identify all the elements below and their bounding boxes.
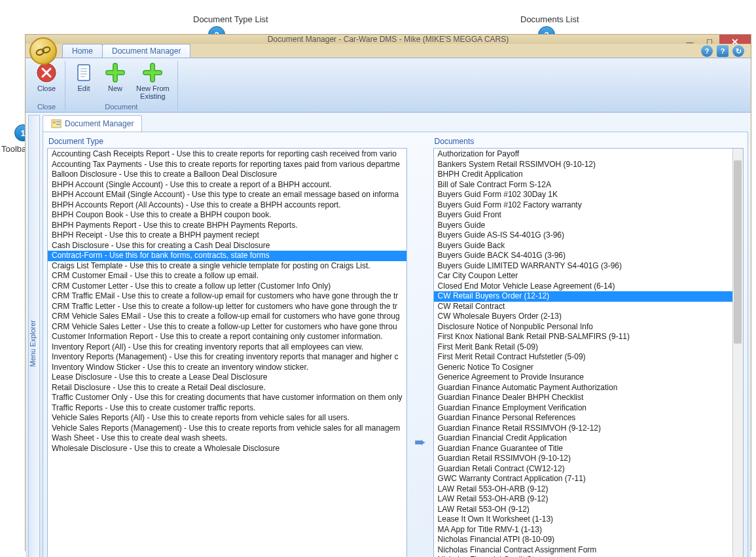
list-item[interactable]: CRM Traffic Letter - Use this to create …	[48, 302, 406, 312]
list-item[interactable]: Buyers Guid Form #102 30Day 1K	[434, 190, 732, 200]
list-item[interactable]: Guardian Retail RSSIMVOH (9-10-12)	[434, 454, 732, 464]
list-item[interactable]: Guardian Finance Personal References	[434, 413, 732, 423]
refresh-icon[interactable]: ↻	[732, 45, 744, 57]
edit-button[interactable]: Edit	[69, 61, 98, 101]
list-item[interactable]: Guardian Fnance Guarantee of Title	[434, 444, 732, 454]
list-item[interactable]: Craigs List Template - Use this to creat…	[48, 261, 406, 272]
list-item[interactable]: BHPH Credit Application	[434, 170, 732, 180]
list-item[interactable]: CW Wholesale Buyers Order (2-13)	[434, 312, 732, 322]
list-item[interactable]: Wholesale Disclosure - Use this to creat…	[48, 444, 406, 454]
list-item[interactable]: LAW Retail 553-OH-ARB (9-12)	[434, 484, 732, 495]
document-manager-icon	[51, 118, 62, 129]
list-item[interactable]: CW Retail Buyers Order (12-12)	[434, 291, 732, 302]
list-item[interactable]: Buyers Guide Back	[434, 241, 732, 251]
list-item[interactable]: Buyers Guid Form #102 Factory warranty	[434, 200, 732, 211]
vertical-scrollbar[interactable]	[732, 149, 743, 557]
list-item[interactable]: Wash Sheet - Use this to create deal was…	[48, 433, 406, 444]
new-button[interactable]: New	[101, 61, 130, 101]
list-item[interactable]: Generice Agreement to Provide Insurance	[434, 372, 732, 383]
list-item[interactable]: Inventory Report (All) - Use this for cr…	[48, 342, 406, 353]
list-item[interactable]: Lease Disclosure - Use this to create a …	[48, 372, 406, 383]
list-item[interactable]: CRM Vehicle Sales Letter - Use this to c…	[48, 322, 406, 332]
list-item[interactable]: Nicholas Financial ATPI (8-10-09)	[434, 535, 732, 545]
list-item[interactable]: BHPH Payments Report - Use this to creat…	[48, 221, 406, 231]
arrow-right-icon: ➨	[414, 434, 426, 451]
ribbon-group-close: Close Close	[28, 61, 65, 111]
list-item[interactable]: BHPH Account (Single Account) - Use this…	[48, 180, 406, 190]
list-item[interactable]: BHPH Accounts Report (All Accounts) - Us…	[48, 200, 406, 211]
list-item[interactable]: Guardian Finance Dealer BHPH Checklist	[434, 393, 732, 403]
list-item[interactable]: Bankers System Retail RSSIMVOH (9-10-12)	[434, 160, 732, 170]
list-item[interactable]: CW Retail Contract	[434, 302, 732, 312]
list-item[interactable]: CRM Customer Email - Use this to create …	[48, 271, 406, 281]
list-item[interactable]: Inventory Reports (Management) - Use thi…	[48, 352, 406, 363]
list-item[interactable]: Buyers Guide BACK S4-401G (3-96)	[434, 251, 732, 261]
list-item[interactable]: First Knox National Bank Retail PNB-SALM…	[434, 332, 732, 342]
list-item[interactable]: Lease It Own It Worksheet (1-13)	[434, 514, 732, 525]
list-item[interactable]: Vehicle Sales Reports (All) - Use this t…	[48, 413, 406, 423]
list-item[interactable]: Accounting Cash Receipts Report - Use th…	[48, 149, 406, 160]
list-item[interactable]: Balloon Disclosure - Use this to create …	[48, 170, 406, 180]
list-item[interactable]: BHPH Account EMail (Single Account) - Us…	[48, 190, 406, 200]
new-label: New	[108, 84, 122, 92]
list-item[interactable]: Nicholas Financial Contract Assignment F…	[434, 545, 732, 556]
list-item[interactable]: CRM Traffic EMail - Use this to create a…	[48, 291, 406, 302]
list-item[interactable]: Traffic Customer Only - Use this for cre…	[48, 393, 406, 403]
ribbon-group-doc-label: Document	[69, 101, 173, 111]
ribbon-tabstrip: Home Document Manager ? ? ↻	[26, 44, 751, 58]
list-item[interactable]: Inventory Window Sticker - Use this to c…	[48, 363, 406, 373]
list-item[interactable]: Buyers Guide AS-IS S4-401G (3-96)	[434, 230, 732, 241]
list-item[interactable]: Vehicle Sales Reports (Management) - Use…	[48, 423, 406, 434]
svg-point-9	[53, 121, 56, 124]
list-item[interactable]: Buyers Guide	[434, 221, 732, 231]
list-item[interactable]: MA App for Title RMV-1 (1-13)	[434, 525, 732, 535]
list-item[interactable]: Disclosure Notice of Nonpublic Personal …	[434, 322, 732, 332]
list-item[interactable]: Guardian Finance Automatic Payment Autho…	[434, 383, 732, 393]
list-item[interactable]: Guardian Finance Retail RSSIMVOH (9-12-1…	[434, 423, 732, 434]
menu-explorer-tab[interactable]: Menu Explorer	[28, 115, 40, 557]
list-item[interactable]: First Merit Retail Contract Hufstetler (…	[434, 352, 732, 363]
list-item[interactable]: Customer Information Report - Use this t…	[48, 332, 406, 342]
list-item[interactable]: CRM Customer Letter - Use this to create…	[48, 281, 406, 292]
close-icon	[36, 62, 57, 83]
document-icon	[73, 62, 94, 83]
doc-body: Document Type Accounting Cash Receipts R…	[43, 132, 748, 557]
list-item[interactable]: Buyers Guide LIMITED WARRANTY S4-401G (3…	[434, 261, 732, 272]
help-icon[interactable]: ?	[701, 45, 713, 57]
titlebar: Document Manager - Car-Ware DMS - Mike (…	[26, 35, 751, 44]
help-about-icon[interactable]: ?	[717, 45, 729, 57]
list-item[interactable]: Guardian Retali Contract (CW12-12)	[434, 464, 732, 475]
list-item[interactable]: Accounting Tax Payments - Use this to cr…	[48, 160, 406, 170]
new-from-existing-button[interactable]: New From Existing	[132, 61, 173, 101]
list-item[interactable]: Cash Disclosure - Use this for creating …	[48, 241, 406, 251]
list-item[interactable]: Closed End Motor Vehicle Lease Agreement…	[434, 281, 732, 292]
list-item[interactable]: Authorization for Payoff	[434, 149, 732, 160]
close-button[interactable]: Close	[32, 61, 61, 101]
list-item[interactable]: CRM Vehicle Sales EMail - Use this to cr…	[48, 312, 406, 322]
ribbon-group-close-label: Close	[32, 101, 61, 111]
list-item[interactable]: First Merit Bank Retail (5-09)	[434, 342, 732, 353]
documents-listbox[interactable]: Authorization for PayoffBankers System R…	[433, 148, 744, 557]
tab-home[interactable]: Home	[62, 44, 103, 58]
tab-document-manager[interactable]: Document Manager	[102, 44, 190, 58]
list-item[interactable]: Guardian Finance Employment Verification	[434, 403, 732, 414]
list-item[interactable]: Bill of Sale Contract Form S-12A	[434, 180, 732, 190]
list-item[interactable]: LAW Retail 553-OH-ARB (9-12)	[434, 494, 732, 505]
list-item[interactable]: Traffic Reports - Use this to create cus…	[48, 403, 406, 414]
list-item[interactable]: Guardian Financial Credit Application	[434, 433, 732, 444]
document-manager-tab[interactable]: Document Manager	[43, 115, 142, 132]
list-item[interactable]: LAW Retail 553-OH (9-12)	[434, 505, 732, 515]
list-item[interactable]: Buyers Guid Front	[434, 210, 732, 221]
list-item[interactable]: Car City Coupon Letter	[434, 271, 732, 281]
list-item[interactable]: Generic Notice To Cosigner	[434, 363, 732, 373]
list-item[interactable]: Contract-Form - Use this for bank forms,…	[48, 251, 406, 261]
main-panel: Document Manager Document Type Accountin…	[43, 115, 748, 557]
scroll-thumb[interactable]	[734, 160, 742, 344]
app-orb[interactable]	[29, 37, 57, 65]
list-item[interactable]: Retail Disclosure - Use this to create a…	[48, 383, 406, 393]
app-window: Document Manager - Car-Ware DMS - Mike (…	[25, 34, 751, 551]
document-type-listbox[interactable]: Accounting Cash Receipts Report - Use th…	[47, 148, 407, 557]
list-item[interactable]: GWC Warranty Contract Application (7-11)	[434, 474, 732, 484]
list-item[interactable]: BHPH Receipt - Use this to create a BHPH…	[48, 230, 406, 241]
list-item[interactable]: BHPH Coupon Book - Use this to create a …	[48, 210, 406, 221]
